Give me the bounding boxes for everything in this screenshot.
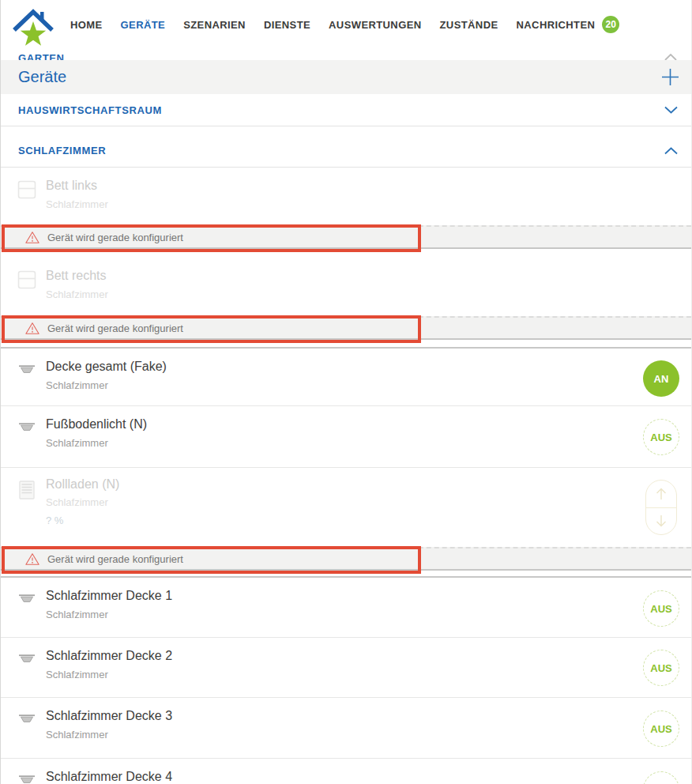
nav-auswertungen[interactable]: AUSWERTUNGEN (329, 19, 421, 31)
power-toggle-off[interactable]: AUS (643, 650, 679, 686)
nav-szenarien[interactable]: SZENARIEN (183, 19, 246, 31)
device-name: Fußbodenlicht (N) (46, 417, 147, 432)
power-toggle-off[interactable]: AUS (643, 419, 679, 455)
section-hauswirtschaftsraum[interactable]: HAUSWIRTSCHAFTSRAUM (1, 94, 691, 126)
device-row-rollladen[interactable]: Rollladen (N) Schlafzimmer ? % (1, 468, 691, 547)
device-room: Schlafzimmer (46, 288, 108, 300)
ceiling-lamp-icon (17, 710, 36, 729)
device-room: Schlafzimmer (46, 729, 108, 741)
shutter-icon (17, 481, 36, 499)
device-room: Schlafzimmer (46, 198, 108, 210)
geraete-toolbar: Geräte (1, 60, 691, 94)
home-star-logo-icon (12, 3, 56, 49)
device-name: Rollladen (N) (46, 477, 119, 492)
ceiling-lamp-icon (17, 771, 36, 784)
configuring-banner: Gerät wird gerade konfiguriert (1, 225, 691, 249)
shutter-down-button[interactable] (646, 508, 676, 535)
chevron-down-icon[interactable] (664, 106, 678, 114)
configuring-text: Gerät wird gerade konfiguriert (47, 322, 183, 334)
device-name: Schlafzimmer Decke 4 (46, 770, 172, 784)
device-room: Schlafzimmer (46, 669, 108, 680)
section-label: HAUSWIRTSCHAFTSRAUM (18, 104, 162, 116)
warning-triangle-icon (24, 322, 40, 335)
scrolled-section-strip: GARTEN (1, 49, 691, 60)
spacer (1, 571, 691, 576)
device-row-decke-3[interactable]: Schlafzimmer Decke 3 Schlafzimmer AUS (1, 698, 691, 759)
ceiling-lamp-icon (17, 419, 36, 438)
add-device-button[interactable] (661, 68, 679, 86)
warning-triangle-icon (24, 231, 40, 244)
power-toggle-on[interactable]: AN (643, 360, 679, 397)
power-toggle-off[interactable]: AUS (643, 771, 679, 784)
configuring-text: Gerät wird gerade konfiguriert (47, 232, 183, 243)
smart-home-app: HOME GERÄTE SZENARIEN DIENSTE AUSWERTUNG… (0, 0, 692, 784)
blind-icon (17, 270, 36, 289)
configuring-banner: Gerät wird gerade konfiguriert (1, 316, 691, 340)
blind-icon (17, 180, 36, 199)
spacer (1, 249, 691, 258)
power-toggle-off[interactable]: AUS (643, 590, 679, 627)
nav-zustaende[interactable]: ZUSTÄNDE (440, 19, 498, 31)
power-toggle-off[interactable]: AUS (643, 710, 679, 747)
device-row-decke-2[interactable]: Schlafzimmer Decke 2 Schlafzimmer AUS (1, 638, 691, 698)
device-name: Schlafzimmer Decke 1 (46, 589, 172, 603)
device-name: Decke gesamt (Fake) (46, 360, 167, 374)
device-room: Schlafzimmer (46, 437, 108, 449)
shutter-up-button[interactable] (646, 481, 676, 508)
arrow-up-icon (655, 487, 668, 501)
ceiling-lamp-icon (17, 650, 36, 669)
section-garten-label: GARTEN (18, 51, 65, 60)
device-room: Schlafzimmer (46, 609, 108, 620)
shutter-control (645, 480, 677, 535)
device-row-decke-1[interactable]: Schlafzimmer Decke 1 Schlafzimmer AUS (1, 576, 691, 638)
notifications-count-badge[interactable]: 20 (602, 16, 619, 33)
top-nav-bar: HOME GERÄTE SZENARIEN DIENSTE AUSWERTUNG… (1, 0, 691, 49)
nav-dienste[interactable]: DIENSTE (264, 19, 310, 31)
warning-triangle-icon (24, 552, 40, 566)
arrow-down-icon (655, 514, 668, 528)
device-room: Schlafzimmer (46, 379, 108, 391)
section-label: SCHLAFZIMMER (18, 145, 106, 156)
spacer (1, 340, 691, 347)
device-name: Schlafzimmer Decke 2 (46, 649, 172, 663)
spacer (1, 126, 691, 134)
configuring-banner: Gerät wird gerade konfiguriert (1, 547, 691, 571)
device-row-decke-gesamt[interactable]: Decke gesamt (Fake) Schlafzimmer AN (1, 347, 691, 406)
chevron-partial-icon (664, 54, 677, 60)
nav-nachrichten[interactable]: NACHRICHTEN (517, 19, 596, 31)
chevron-up-icon[interactable] (664, 147, 678, 155)
device-row-bett-rechts[interactable]: Bett rechts Schlafzimmer (1, 258, 691, 316)
main-nav: HOME GERÄTE SZENARIEN DIENSTE AUSWERTUNG… (70, 0, 619, 49)
device-name: Bett rechts (46, 269, 106, 283)
device-room: Schlafzimmer (46, 496, 108, 508)
configuring-text: Gerät wird gerade konfiguriert (47, 553, 183, 565)
section-schlafzimmer[interactable]: SCHLAFZIMMER (1, 134, 691, 168)
device-name: Schlafzimmer Decke 3 (46, 709, 172, 723)
ceiling-lamp-icon (17, 361, 36, 380)
device-row-fussbodenlicht[interactable]: Fußbodenlicht (N) Schlafzimmer AUS (1, 406, 691, 468)
device-row-decke-4[interactable]: Schlafzimmer Decke 4 Schlafzimmer AUS (1, 759, 691, 784)
device-name: Bett links (46, 179, 97, 193)
device-row-bett-links[interactable]: Bett links Schlafzimmer (1, 168, 691, 225)
nav-home[interactable]: HOME (70, 19, 103, 31)
ceiling-lamp-icon (17, 590, 36, 609)
page-title: Geräte (18, 68, 66, 86)
shutter-position-value: ? % (46, 514, 63, 526)
nav-geraete[interactable]: GERÄTE (121, 19, 166, 31)
